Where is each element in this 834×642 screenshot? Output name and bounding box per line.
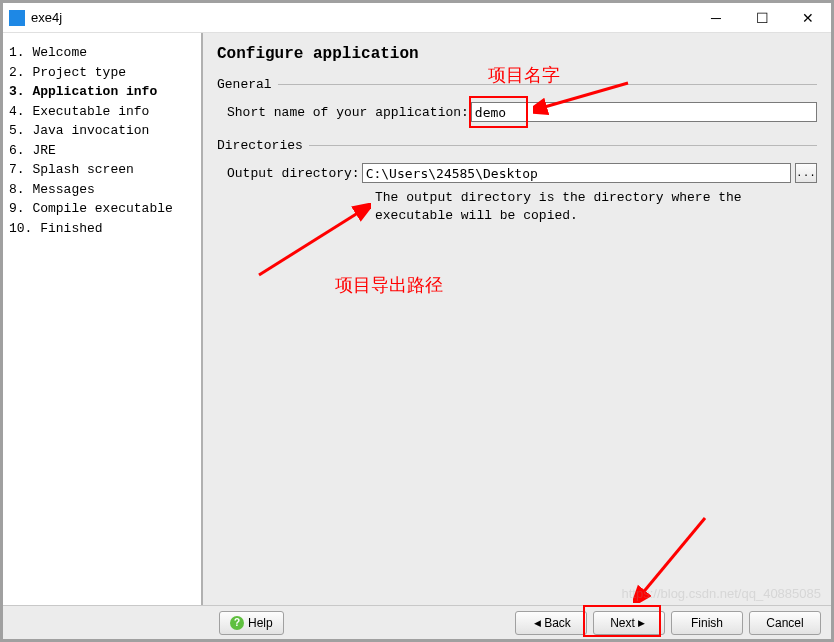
output-dir-label: Output directory: [227,166,360,181]
short-name-row: Short name of your application: [217,102,817,122]
close-button[interactable]: ✕ [785,3,831,33]
minimize-button[interactable]: ─ [693,3,739,33]
window-controls: ─ ☐ ✕ [693,3,831,33]
help-label: Help [248,616,273,630]
step-splash-screen[interactable]: 7. Splash screen [9,160,195,180]
window-title: exe4j [31,10,693,25]
step-finished[interactable]: 10. Finished [9,219,195,239]
step-java-invocation[interactable]: 5. Java invocation [9,121,195,141]
browse-button[interactable]: ... [795,163,817,183]
arrow-right-icon: ▶ [638,618,645,628]
back-button[interactable]: ◀ Back [515,611,587,635]
output-dir-help: The output directory is the directory wh… [217,189,817,224]
divider [309,145,817,146]
step-welcome[interactable]: 1. Welcome [9,43,195,63]
titlebar: exe4j ─ ☐ ✕ [3,3,831,33]
directories-legend: Directories [217,138,817,153]
general-legend: General [217,77,817,92]
arrow-left-icon: ◀ [534,618,541,628]
short-name-input[interactable] [471,102,817,122]
directories-group: Directories Output directory: ... The ou… [217,138,817,224]
sidebar-watermark: exe4j [0,495,7,605]
ellipsis-icon: ... [796,167,816,179]
general-group: General Short name of your application: [217,77,817,122]
finish-button[interactable]: Finish [671,611,743,635]
app-icon [9,10,25,26]
main-panel: Configure application General Short name… [203,33,831,605]
wizard-footer: ? Help ◀ Back Next ▶ Finish Cancel [3,605,831,639]
content-area: 1. Welcome 2. Project type 3. Applicatio… [3,33,831,605]
nav-buttons: ◀ Back Next ▶ Finish Cancel [515,611,821,635]
help-button[interactable]: ? Help [219,611,284,635]
output-dir-row: Output directory: ... [217,163,817,183]
wizard-sidebar: 1. Welcome 2. Project type 3. Applicatio… [3,33,203,605]
image-watermark: https://blog.csdn.net/qq_40885085 [622,586,822,601]
annotation-text-export: 项目导出路径 [335,273,443,297]
next-button[interactable]: Next ▶ [593,611,665,635]
step-messages[interactable]: 8. Messages [9,180,195,200]
short-name-label: Short name of your application: [227,105,469,120]
step-jre[interactable]: 6. JRE [9,141,195,161]
step-application-info[interactable]: 3. Application info [9,82,195,102]
step-executable-info[interactable]: 4. Executable info [9,102,195,122]
page-title: Configure application [217,45,817,63]
help-icon: ? [230,616,244,630]
maximize-button[interactable]: ☐ [739,3,785,33]
step-project-type[interactable]: 2. Project type [9,63,195,83]
step-compile-executable[interactable]: 9. Compile executable [9,199,195,219]
divider [278,84,817,85]
svg-line-2 [641,518,705,595]
cancel-button[interactable]: Cancel [749,611,821,635]
output-dir-input[interactable] [362,163,791,183]
